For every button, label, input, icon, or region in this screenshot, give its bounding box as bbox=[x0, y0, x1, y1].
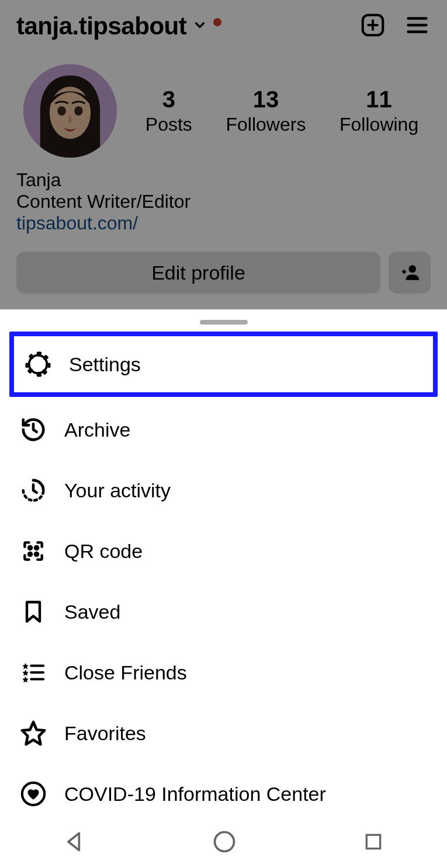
settings-highlight: Settings bbox=[9, 332, 438, 397]
star-list-icon bbox=[19, 658, 48, 687]
heart-circle-icon bbox=[19, 779, 48, 808]
menu-item-archive-label: Archive bbox=[64, 419, 130, 441]
bookmark-icon bbox=[19, 597, 48, 626]
modal-overlay[interactable] bbox=[0, 0, 447, 309]
svg-point-18 bbox=[35, 553, 38, 556]
menu-item-qr[interactable]: QR code bbox=[9, 521, 438, 581]
qr-icon bbox=[19, 536, 48, 566]
menu-item-saved-label: Saved bbox=[64, 601, 120, 623]
svg-point-28 bbox=[215, 832, 234, 852]
menu-item-saved[interactable]: Saved bbox=[9, 581, 438, 642]
screen: tanja.tipsabout bbox=[0, 0, 447, 868]
sheet-drag-handle[interactable] bbox=[200, 320, 248, 325]
history-icon bbox=[19, 415, 48, 444]
menu-item-archive[interactable]: Archive bbox=[9, 399, 438, 460]
svg-point-14 bbox=[32, 358, 43, 369]
svg-point-17 bbox=[29, 553, 32, 556]
nav-recent-icon[interactable] bbox=[362, 830, 385, 853]
nav-back-icon[interactable] bbox=[62, 829, 88, 855]
menu-item-covid-label: COVID-19 Information Center bbox=[64, 783, 326, 806]
svg-marker-21 bbox=[23, 677, 28, 682]
svg-marker-25 bbox=[22, 722, 44, 744]
menu-item-favorites[interactable]: Favorites bbox=[9, 703, 438, 764]
menu-item-favorites-label: Favorites bbox=[64, 722, 146, 745]
star-icon bbox=[19, 719, 48, 748]
svg-point-16 bbox=[35, 546, 38, 549]
svg-marker-20 bbox=[23, 670, 28, 675]
svg-rect-29 bbox=[366, 835, 380, 848]
svg-marker-19 bbox=[23, 664, 28, 669]
menu-item-close-friends[interactable]: Close Friends bbox=[9, 642, 438, 703]
system-nav-bar bbox=[0, 815, 447, 868]
svg-point-15 bbox=[29, 546, 32, 549]
menu-list: Settings Archive Your activity QR c bbox=[0, 332, 447, 824]
nav-home-icon[interactable] bbox=[212, 829, 237, 855]
menu-item-activity[interactable]: Your activity bbox=[9, 460, 438, 521]
svg-marker-27 bbox=[68, 833, 79, 850]
menu-item-close-friends-label: Close Friends bbox=[64, 661, 187, 684]
gear-icon bbox=[23, 350, 53, 379]
menu-item-settings[interactable]: Settings bbox=[14, 336, 433, 392]
menu-item-activity-label: Your activity bbox=[64, 479, 171, 502]
activity-icon bbox=[19, 476, 48, 505]
menu-item-settings-label: Settings bbox=[69, 353, 141, 376]
menu-item-qr-label: QR code bbox=[64, 540, 143, 563]
menu-sheet: Settings Archive Your activity QR c bbox=[0, 309, 447, 868]
